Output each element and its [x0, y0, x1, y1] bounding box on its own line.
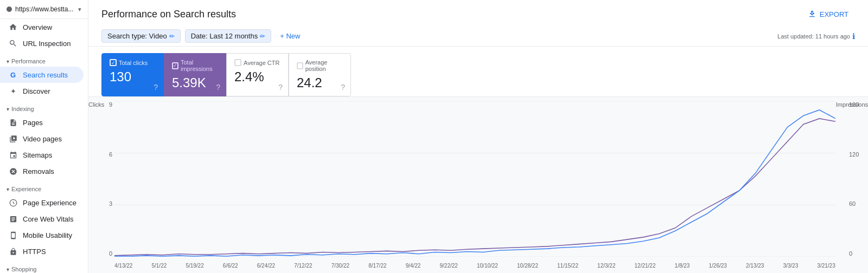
sidebar-item-discover-label: Discover [23, 87, 50, 95]
sidebar-item-video-pages-label: Video pages [23, 135, 62, 143]
metric-card-average-position[interactable]: Average position 24.2 ? [289, 53, 351, 96]
date-range-label: Date: Last 12 months [191, 32, 258, 40]
x-label-5: 7/12/22 [294, 263, 312, 269]
y-right-label-0: 180 [849, 101, 859, 108]
sitemaps-icon [9, 151, 17, 159]
metric-card-total-impressions[interactable]: ✓ Total impressions 5.39K ? [164, 53, 226, 96]
sidebar-item-pages-label: Pages [23, 119, 43, 127]
sidebar-item-https-label: HTTPS [23, 248, 46, 256]
new-filter-label: + New [280, 32, 300, 40]
last-updated-text: Last updated: 11 hours ago [777, 33, 850, 40]
sidebar-item-url-inspection[interactable]: URL Inspection [0, 35, 84, 51]
url-selector[interactable]: https://www.bestta... ▾ [0, 0, 88, 19]
new-filter-button[interactable]: + New [276, 30, 304, 42]
average-position-checkbox [297, 62, 303, 69]
x-label-9: 9/22/22 [440, 263, 458, 269]
average-ctr-info-icon[interactable]: ? [278, 83, 283, 92]
sidebar-item-video-pages[interactable]: Video pages [0, 131, 84, 147]
chart-svg [114, 101, 835, 257]
sidebar-item-overview[interactable]: Overview [0, 19, 84, 35]
date-range-filter[interactable]: Date: Last 12 months ✏ [185, 29, 272, 43]
x-label-0: 4/13/22 [114, 263, 132, 269]
metric-cards-row: ✓ Total clicks 130 ? ✓ Total impressions… [88, 47, 868, 97]
experience-section-label: Experience [11, 186, 41, 192]
total-impressions-info-icon[interactable]: ? [216, 83, 220, 92]
metric-card-total-clicks[interactable]: ✓ Total clicks 130 ? [101, 53, 164, 96]
y-axis-left: 9 6 3 0 [101, 101, 112, 257]
shopping-arrow-icon: ▾ [7, 266, 9, 272]
sidebar-item-removals[interactable]: Removals [0, 163, 84, 179]
chart-svg-container [114, 101, 835, 257]
page-title: Performance on Search results [101, 9, 236, 20]
info-icon[interactable]: ℹ [852, 32, 855, 41]
sidebar-item-https[interactable]: HTTPS [0, 243, 84, 259]
x-label-12: 11/15/22 [557, 263, 578, 269]
total-clicks-label: Total clicks [119, 60, 148, 66]
total-clicks-value: 130 [110, 69, 156, 84]
y-left-label-1: 6 [109, 151, 112, 158]
url-text: https://www.bestta... [15, 5, 75, 13]
x-label-4: 6/24/22 [257, 263, 275, 269]
video-icon [9, 134, 17, 143]
sidebar-section-shopping[interactable]: ▾ Shopping [0, 259, 88, 273]
performance-arrow-icon: ▾ [7, 58, 9, 64]
mobile-icon [9, 231, 17, 239]
total-impressions-checkbox: ✓ [172, 62, 178, 69]
indexing-arrow-icon: ▾ [7, 106, 9, 112]
x-label-3: 6/6/22 [223, 263, 238, 269]
core-web-vitals-icon [9, 214, 17, 223]
export-button[interactable]: EXPORT [801, 6, 855, 22]
sidebar-item-sitemaps[interactable]: Sitemaps [0, 147, 84, 163]
sidebar-section-experience[interactable]: ▾ Experience [0, 179, 88, 194]
sidebar-section-indexing[interactable]: ▾ Indexing [0, 99, 88, 114]
sidebar-item-core-web-vitals[interactable]: Core Web Vitals [0, 211, 84, 227]
x-label-13: 12/3/22 [597, 263, 615, 269]
sidebar-item-pages[interactable]: Pages [0, 114, 84, 131]
sidebar-item-mobile-usability-label: Mobile Usability [23, 231, 72, 239]
chart-area: Clicks Impressions 9 6 3 0 180 120 60 0 [88, 97, 868, 273]
x-axis-labels: 4/13/22 5/1/22 5/19/22 6/6/22 6/24/22 7/… [114, 263, 835, 269]
lock-icon [9, 247, 17, 256]
x-label-18: 3/3/23 [783, 263, 798, 269]
total-clicks-info-icon[interactable]: ? [154, 83, 158, 92]
y-axis-right: 180 120 60 0 [849, 101, 868, 257]
sidebar-item-mobile-usability[interactable]: Mobile Usability [0, 227, 84, 243]
x-label-2: 5/19/22 [186, 263, 203, 269]
search-type-edit-icon: ✏ [169, 32, 175, 40]
date-range-edit-icon: ✏ [260, 32, 265, 40]
x-label-6: 7/30/22 [331, 263, 349, 269]
metric-card-average-ctr[interactable]: Average CTR 2.4% ? [226, 53, 289, 96]
removals-icon [9, 167, 17, 176]
sidebar: https://www.bestta... ▾ Overview URL Ins… [0, 0, 88, 273]
sidebar-item-url-inspection-label: URL Inspection [23, 40, 71, 48]
x-label-15: 1/8/23 [675, 263, 690, 269]
x-label-8: 9/4/22 [406, 263, 421, 269]
sidebar-section-performance[interactable]: ▾ Performance [0, 51, 88, 67]
url-indicator [7, 6, 12, 12]
average-position-info-icon[interactable]: ? [341, 83, 345, 92]
search-icon [9, 39, 17, 48]
shopping-section-label: Shopping [11, 266, 37, 272]
search-type-label: Search type: Video [107, 32, 167, 40]
export-icon [808, 10, 816, 18]
url-chevron-icon: ▾ [78, 6, 81, 13]
sidebar-item-page-experience[interactable]: Page Experience [0, 194, 84, 211]
total-clicks-checkbox: ✓ [110, 59, 117, 66]
search-type-filter[interactable]: Search type: Video ✏ [101, 29, 181, 43]
page-header: Performance on Search results EXPORT [88, 0, 868, 26]
total-impressions-value: 5.39K [172, 75, 218, 90]
x-label-14: 12/21/22 [635, 263, 656, 269]
sidebar-item-search-results[interactable]: G Search results [0, 67, 84, 83]
x-label-19: 3/21/23 [817, 263, 835, 269]
export-label: EXPORT [820, 10, 848, 18]
x-label-10: 10/10/22 [477, 263, 498, 269]
sidebar-item-search-results-label: Search results [23, 71, 68, 79]
sidebar-item-discover[interactable]: ✦ Discover [0, 83, 84, 99]
y-left-label-2: 3 [109, 200, 112, 207]
star-icon: ✦ [9, 87, 17, 95]
x-label-17: 2/13/23 [746, 263, 764, 269]
home-icon [9, 23, 17, 31]
sidebar-item-page-experience-label: Page Experience [23, 199, 76, 207]
main-content: Performance on Search results EXPORT Sea… [88, 0, 868, 273]
last-updated-info: Last updated: 11 hours ago ℹ [777, 32, 855, 41]
